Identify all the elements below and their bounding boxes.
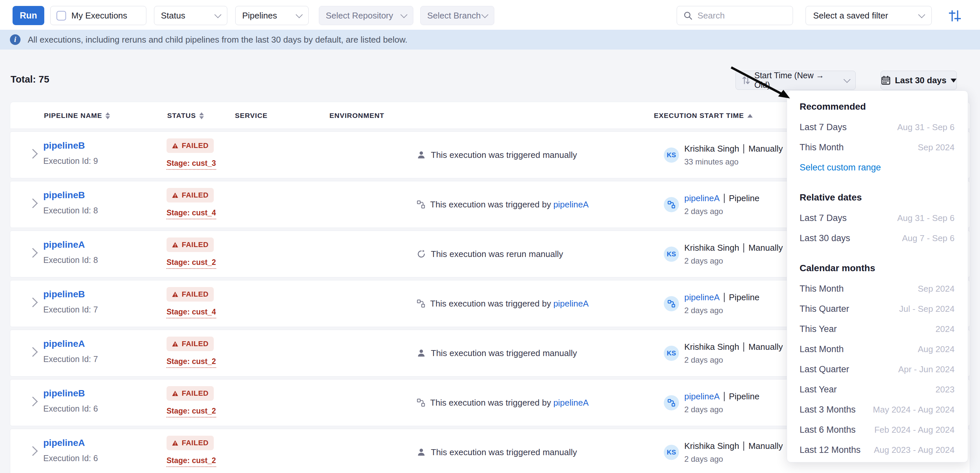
date-menu-item-label[interactable]: This Quarter: [800, 304, 849, 314]
chevron-down-icon: [481, 11, 488, 18]
date-menu-item-label[interactable]: Last Quarter: [800, 364, 849, 375]
date-menu-item-label[interactable]: Last 30 days: [800, 233, 850, 243]
date-menu-item-label[interactable]: This Month: [800, 284, 844, 294]
failed-stage-link[interactable]: Stage: cust_4: [167, 308, 216, 318]
row-expand-chevron-icon[interactable]: [28, 198, 38, 208]
status-badge-label: FAILED: [182, 290, 208, 298]
date-menu-item-label[interactable]: Last 7 Days: [800, 213, 847, 223]
date-menu-item-label[interactable]: Last 12 Months: [800, 445, 861, 455]
trigger-pipeline-link[interactable]: pipelineA: [554, 398, 589, 408]
separator-bar: [724, 293, 725, 302]
trigger-text: This execution was triggered manually: [431, 348, 577, 359]
trigger-info: This execution was triggered by pipeline…: [417, 181, 589, 228]
status-badge-label: FAILED: [182, 141, 208, 150]
date-menu-item[interactable]: Last 3 MonthsMay 2024 - Aug 2024: [800, 403, 955, 416]
my-executions-checkbox[interactable]: [57, 11, 66, 21]
failed-stage-link[interactable]: Stage: cust_4: [167, 208, 216, 219]
search-input[interactable]: Search: [677, 6, 793, 25]
column-header-execution-start-time[interactable]: EXECUTION START TIME: [654, 102, 752, 129]
date-range-menu: RecommendedLast 7 DaysAug 31 - Sep 6This…: [787, 90, 968, 462]
failed-stage-link[interactable]: Stage: cust_2: [167, 258, 216, 269]
date-menu-item-label[interactable]: Last 3 Months: [800, 405, 856, 415]
chevron-down-icon: [296, 11, 303, 18]
date-range-button[interactable]: Last 30 days: [881, 71, 957, 90]
execution-id: Execution Id: 6: [43, 454, 98, 463]
column-header-status[interactable]: STATUS: [167, 102, 204, 129]
chevron-down-icon: [401, 11, 407, 18]
date-menu-item[interactable]: Last 7 DaysAug 31 - Sep 6: [800, 121, 955, 134]
warning-triangle-icon: [172, 291, 178, 297]
date-menu-item-range: Feb 2024 - Aug 2024: [874, 425, 955, 435]
date-menu-item-label[interactable]: Last 7 Days: [800, 122, 847, 132]
failed-stage-link[interactable]: Stage: cust_3: [167, 159, 216, 170]
filter-settings-icon[interactable]: [948, 10, 962, 22]
date-menu-item[interactable]: Last MonthAug 2024: [800, 343, 955, 356]
pipeline-name-link[interactable]: pipelineB: [43, 388, 98, 399]
row-expand-chevron-icon[interactable]: [28, 397, 38, 406]
trigger-pipeline-link[interactable]: pipelineA: [554, 298, 589, 309]
execution-start-time: 33 minutes ago: [684, 157, 783, 167]
total-count: Total: 75: [11, 74, 49, 85]
starter-secondary: Pipeline: [729, 391, 760, 402]
repository-filter-dropdown[interactable]: Select Repository: [319, 6, 414, 25]
date-menu-item-label[interactable]: Last 6 Months: [800, 425, 856, 435]
pipeline-name-link[interactable]: pipelineB: [43, 190, 98, 200]
sort-dropdown[interactable]: Start Time (New → Old): [735, 71, 856, 90]
date-menu-item[interactable]: Last 12 MonthsAug 2023 - Aug 2024: [800, 443, 955, 457]
pipeline-name-link[interactable]: pipelineA: [43, 338, 98, 349]
starter-primary[interactable]: pipelineA: [684, 193, 720, 203]
pipeline-name-link[interactable]: pipelineA: [43, 438, 98, 448]
row-expand-chevron-icon[interactable]: [28, 347, 38, 357]
date-menu-item[interactable]: This QuarterJul - Sep 2024: [800, 302, 955, 316]
date-menu-item-label[interactable]: Last Month: [800, 344, 844, 354]
execution-start-time: 2 days ago: [684, 207, 760, 216]
date-menu-item[interactable]: Last Year2023: [800, 383, 955, 396]
date-menu-item[interactable]: Last 7 DaysAug 31 - Sep 6: [800, 211, 955, 225]
my-executions-toggle[interactable]: My Executions: [50, 6, 146, 25]
starter-avatar-pipeline-icon: [664, 197, 679, 212]
row-expand-chevron-icon[interactable]: [28, 149, 38, 159]
date-menu-item[interactable]: Select custom range: [800, 161, 955, 174]
date-range-label: Last 30 days: [895, 75, 946, 86]
row-expand-chevron-icon[interactable]: [28, 248, 38, 258]
saved-filter-dropdown[interactable]: Select a saved filter: [805, 6, 932, 25]
failed-stage-link[interactable]: Stage: cust_2: [167, 406, 216, 417]
pipelines-filter-dropdown[interactable]: Pipelines: [235, 6, 309, 25]
branch-filter-dropdown[interactable]: Select Branch: [420, 6, 494, 25]
date-menu-item[interactable]: Last 30 daysAug 7 - Sep 6: [800, 232, 955, 245]
search-placeholder: Search: [697, 11, 725, 21]
date-menu-item-range: Sep 2024: [918, 284, 955, 294]
row-expand-chevron-icon[interactable]: [28, 298, 38, 308]
pipeline-name-link[interactable]: pipelineB: [43, 289, 98, 300]
starter-primary[interactable]: pipelineA: [684, 292, 720, 303]
sort-ascending-icon[interactable]: [748, 114, 752, 117]
row-expand-chevron-icon[interactable]: [28, 446, 38, 456]
failed-stage-link[interactable]: Stage: cust_2: [167, 357, 216, 368]
status-badge-label: FAILED: [182, 439, 208, 447]
column-header-pipeline-name[interactable]: PIPELINE NAME: [44, 102, 110, 129]
date-menu-item[interactable]: This Year2024: [800, 322, 955, 336]
sort-both-icon[interactable]: [105, 112, 110, 119]
date-menu-item[interactable]: Last 6 MonthsFeb 2024 - Aug 2024: [800, 423, 955, 436]
info-icon: i: [10, 34, 21, 45]
date-menu-item[interactable]: Last QuarterApr - Jun 2024: [800, 363, 955, 376]
execution-start-time: 2 days ago: [684, 256, 783, 265]
starter-primary[interactable]: pipelineA: [684, 391, 720, 402]
date-menu-item-range: Aug 31 - Sep 6: [897, 213, 955, 223]
info-banner: i All executions, including reruns and c…: [0, 30, 980, 49]
status-filter-dropdown[interactable]: Status: [154, 6, 228, 25]
warning-triangle-icon: [172, 341, 178, 347]
failed-stage-link[interactable]: Stage: cust_2: [167, 456, 216, 467]
custom-range-link[interactable]: Select custom range: [800, 162, 881, 173]
run-button[interactable]: Run: [13, 6, 44, 25]
date-menu-item[interactable]: This MonthSep 2024: [800, 141, 955, 154]
trigger-pipeline-link[interactable]: pipelineA: [554, 200, 589, 210]
pipeline-name-link[interactable]: pipelineA: [43, 240, 98, 250]
date-menu-item[interactable]: This MonthSep 2024: [800, 282, 955, 295]
info-banner-text: All executions, including reruns and chi…: [28, 35, 407, 45]
date-menu-item-label[interactable]: This Month: [800, 142, 844, 152]
date-menu-item-label[interactable]: This Year: [800, 324, 837, 334]
pipeline-name-link[interactable]: pipelineB: [43, 140, 98, 151]
sort-both-icon[interactable]: [199, 112, 204, 119]
date-menu-item-label[interactable]: Last Year: [800, 384, 837, 395]
